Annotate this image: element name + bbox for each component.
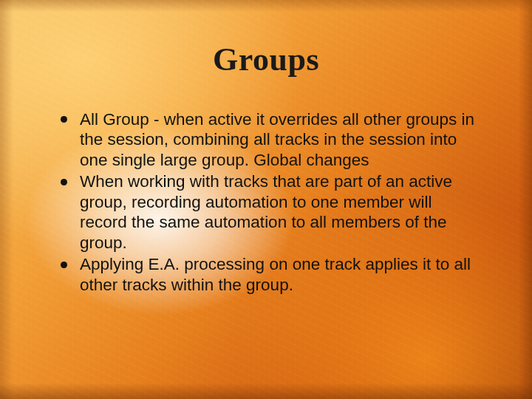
list-item: Applying E.A. processing on one track ap… [58,254,483,295]
list-item: All Group - when active it overrides all… [58,109,483,170]
slide-title: Groups [0,41,532,78]
bullet-text: When working with tracks that are part o… [80,172,452,251]
slide-body: All Group - when active it overrides all… [58,109,483,296]
slide: Groups All Group - when active it overri… [0,0,532,399]
bullet-text: Applying E.A. processing on one track ap… [80,255,471,293]
bullet-list: All Group - when active it overrides all… [58,109,483,295]
bullet-text: All Group - when active it overrides all… [80,110,474,169]
list-item: When working with tracks that are part o… [58,171,483,253]
